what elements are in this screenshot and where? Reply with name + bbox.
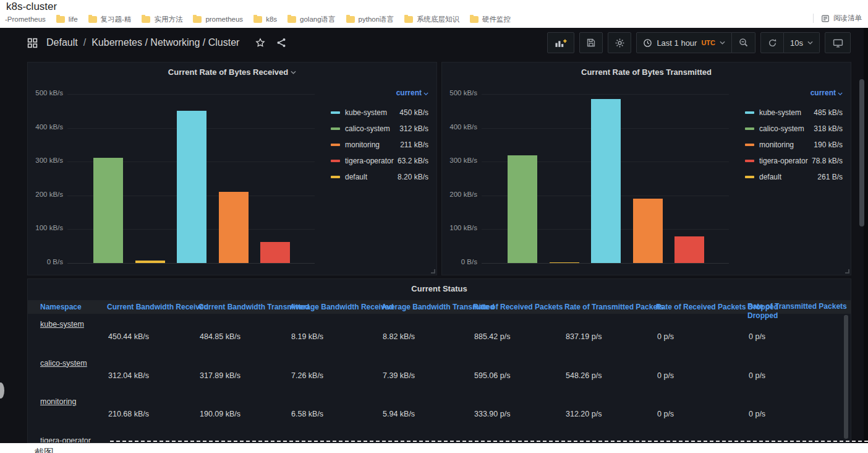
table-cell: 0 p/s <box>749 371 765 380</box>
legend-series-name: tigera-operator <box>759 157 808 165</box>
page-title: k8s-cluster <box>6 1 57 13</box>
chevron-down-icon <box>720 41 725 45</box>
y-axis-label: 200 kB/s <box>28 191 63 198</box>
bar-monitoring[interactable] <box>633 199 663 263</box>
legend-item[interactable]: kube-system485 kB/s <box>745 105 843 121</box>
save-dashboard-button[interactable] <box>579 32 603 53</box>
table-scrollbar-thumb[interactable] <box>844 315 848 439</box>
bar-calico-system[interactable] <box>508 155 537 263</box>
share-icon[interactable] <box>276 38 286 48</box>
legend-current-value: 318 kB/s <box>814 124 843 133</box>
legend-sort-current[interactable]: current <box>811 88 843 97</box>
namespace-link[interactable]: monitoring <box>40 397 76 406</box>
legend-item[interactable]: calico-system312 kB/s <box>331 121 428 137</box>
legend-current-value: 312 kB/s <box>399 124 428 133</box>
save-icon <box>586 38 596 48</box>
bar-default[interactable] <box>550 262 579 263</box>
namespace-link[interactable]: tigera-operator <box>40 436 91 444</box>
legend-color-swatch <box>331 160 340 162</box>
bookmark-label: 复习题-精 <box>101 15 132 24</box>
apps-grid-icon[interactable] <box>27 38 38 48</box>
breadcrumb-folder[interactable]: Default <box>46 37 78 48</box>
zoom-out-button[interactable] <box>732 32 755 53</box>
refresh-interval-dropdown[interactable]: 10s <box>784 32 820 53</box>
table-cell: 0 p/s <box>749 332 765 341</box>
bookmark-item[interactable]: prometheus <box>193 15 243 23</box>
legend-current-value: 190 kB/s <box>814 140 843 149</box>
bookmark-item[interactable]: 复习题-精 <box>88 15 132 24</box>
legend-current-value: 78.8 kB/s <box>812 157 843 165</box>
y-axis-label: 500 kB/s <box>442 89 477 97</box>
screenshot-selection-dashed-line <box>110 441 868 442</box>
bar-default[interactable] <box>135 261 165 263</box>
bookmark-item[interactable]: golang语言 <box>287 15 336 24</box>
y-axis-label: 0 B/s <box>28 258 63 265</box>
y-axis-label: 300 kB/s <box>28 157 63 164</box>
table-cell: 0 p/s <box>657 371 674 380</box>
dashboard-settings-button[interactable] <box>608 32 631 53</box>
namespace-link[interactable]: calico-system <box>40 359 87 368</box>
bookmark-item[interactable]: k8s <box>253 15 277 23</box>
folder-icon <box>253 16 262 23</box>
bookmark-item[interactable]: 硬件监控 <box>470 15 511 24</box>
star-icon[interactable] <box>255 38 265 48</box>
legend-current-value: 8.20 kB/s <box>398 173 428 181</box>
legend-item[interactable]: calico-system318 kB/s <box>745 121 843 137</box>
table-cell: 484.85 kB/s <box>200 332 240 341</box>
bookmark-label: -Prometheus <box>5 15 46 23</box>
legend-item[interactable]: tigera-operator78.8 kB/s <box>745 153 843 169</box>
panel-resize-handle[interactable] <box>431 269 435 274</box>
legend-series-name: monitoring <box>759 140 794 149</box>
reading-list-button[interactable]: 阅读清单 <box>813 14 862 23</box>
panel-resize-handle[interactable] <box>845 269 849 274</box>
bookmark-item[interactable]: 实用方法 <box>142 15 182 24</box>
folder-icon <box>404 16 413 23</box>
bookmark-item[interactable]: life <box>56 15 78 23</box>
add-panel-button[interactable] <box>547 32 574 53</box>
monitor-icon <box>833 38 843 48</box>
page-scrollbar-thumb[interactable] <box>859 79 864 226</box>
y-axis-label: 500 kB/s <box>28 89 63 97</box>
panel-bytes-transmitted: Current Rate of Bytes Transmitted 500 kB… <box>441 62 851 275</box>
refresh-button[interactable] <box>760 32 784 53</box>
bar-tigera-operator[interactable] <box>674 236 704 263</box>
bar-plot <box>482 94 729 263</box>
bar-tigera-operator[interactable] <box>260 242 290 264</box>
legend-header-text: current <box>396 88 422 97</box>
legend-item[interactable]: monitoring190 kB/s <box>745 137 843 153</box>
legend-color-swatch <box>331 111 340 114</box>
bookmark-item[interactable]: python语言 <box>346 15 394 24</box>
bar-kube-system[interactable] <box>591 99 621 263</box>
folder-icon <box>346 16 355 23</box>
legend-sort-current[interactable]: current <box>396 88 428 97</box>
bar-monitoring[interactable] <box>219 192 249 263</box>
table-row: calico-system312.04 kB/s317.89 kB/s7.26 … <box>28 356 851 395</box>
legend-series-name: monitoring <box>345 140 380 149</box>
legend-current-value: 450 kB/s <box>399 108 428 117</box>
table-cell: 450.44 kB/s <box>108 332 149 341</box>
legend-series-name: calico-system <box>345 124 390 133</box>
time-range-picker[interactable]: Last 1 hour UTC <box>636 32 732 53</box>
legend-item[interactable]: default8.20 kB/s <box>331 169 428 185</box>
legend-item[interactable]: tigera-operator63.2 kB/s <box>331 153 428 169</box>
table-cell: 7.39 kB/s <box>383 371 415 380</box>
bookmark-item[interactable]: 系统底层知识 <box>404 15 459 24</box>
bar-calico-system[interactable] <box>93 158 123 263</box>
namespace-link[interactable]: kube-system <box>40 320 84 329</box>
legend-color-swatch <box>745 144 754 146</box>
bookmark-item[interactable]: -Prometheus <box>5 15 46 23</box>
bar-kube-system[interactable] <box>177 111 206 263</box>
legend-item[interactable]: monitoring211 kB/s <box>331 137 428 153</box>
breadcrumb-dashboard-title[interactable]: Kubernetes / Networking / Cluster <box>91 37 239 48</box>
legend-item[interactable]: default261 B/s <box>745 169 843 185</box>
y-axis-label: 100 kB/s <box>442 224 477 231</box>
bookmark-label: life <box>69 15 78 23</box>
table-cell: 210.68 kB/s <box>108 410 149 418</box>
table-cell: 8.19 kB/s <box>291 332 323 341</box>
table-cell: 7.26 kB/s <box>291 371 323 380</box>
legend-item[interactable]: kube-system450 kB/s <box>331 105 428 121</box>
gear-icon <box>615 38 625 48</box>
legend-current-value: 63.2 kB/s <box>398 157 428 165</box>
legend-color-swatch <box>331 176 340 178</box>
tv-mode-button[interactable] <box>825 32 851 53</box>
